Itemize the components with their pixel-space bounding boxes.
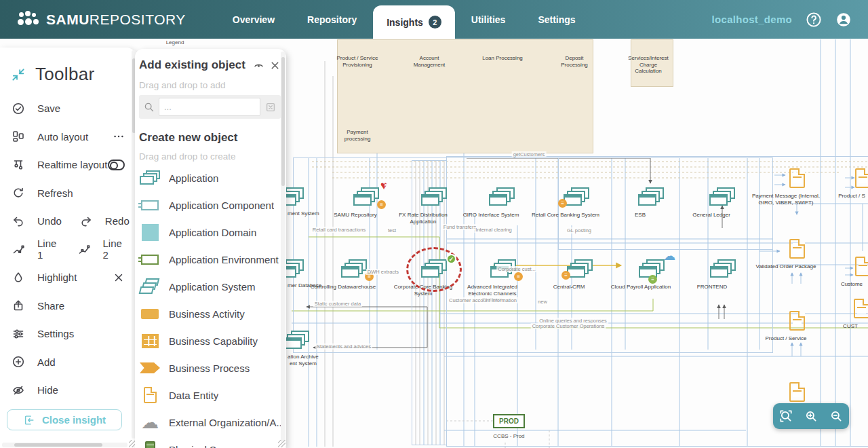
toolbar-item-highlight[interactable]: Highlight [12,271,77,284]
clear-search-icon[interactable] [264,101,277,113]
application-node[interactable]: ≡Central-CRM [556,259,604,291]
data-entity-node[interactable]: Product / Service [773,311,821,342]
process-node[interactable]: Product / Service Provisioning [325,52,390,68]
cloud-badge-icon: ☁ [663,250,675,262]
more-icon[interactable] [113,130,125,143]
application-label: ation Archive ent System [288,354,319,367]
toolbar-item-settings[interactable]: Settings [12,327,74,341]
application-node[interactable]: ≡Retail Core Banking System [553,187,600,219]
add-panel-resize-grip[interactable] [278,440,285,447]
data-entity-node[interactable]: Validated Order Package [773,239,821,270]
application-node[interactable] [283,331,309,352]
toolbar-horizontal-scrollbar[interactable] [2,443,127,447]
visibility-icon[interactable] [253,60,264,71]
tab-label: Repository [307,14,357,25]
tab-overview[interactable]: Overview [216,0,291,39]
data-entity-node[interactable]: Custome [839,257,868,288]
application-node[interactable]: ESB [627,187,675,219]
process-node[interactable]: Deposit Processing [542,52,607,68]
application-node[interactable]: FRONTEND [699,259,747,291]
toolbar-item-line-2[interactable]: Line 2 [77,238,125,261]
environment-icon [139,255,161,265]
process-label: Deposit Processing [542,55,607,68]
tab-insights[interactable]: Insights2 [373,5,455,39]
object-type-domain[interactable]: Application Domain [139,219,281,246]
toolbar-item-label: Highlight [37,272,77,283]
object-type-cloud[interactable]: ☁External Organization/A... [139,409,281,436]
application-node[interactable]: ✓Corporate Core Banking System [410,259,458,297]
zoom-out-icon[interactable] [829,409,844,424]
tab-repository[interactable]: Repository [291,0,373,39]
toolbar-item-label: Auto layout [37,131,88,143]
tab-utilities[interactable]: Utilities [455,0,522,39]
application-node[interactable]: FX Rate Distribution Application [410,187,458,225]
object-type-system[interactable]: Application System [139,273,281,300]
object-type-process[interactable]: Business Process [139,354,281,381]
app-logo[interactable]: SAMUREPOSITORY [18,11,186,29]
search-input[interactable] [159,98,260,116]
toolbar-item-label: Save [37,102,60,114]
object-type-dataentity[interactable]: Data Entity [139,381,281,409]
object-type-capability[interactable]: Business Capability [139,327,281,354]
toolbar-item-share[interactable]: Share [12,299,64,312]
application-node[interactable]: GIRO Interface System [478,187,526,219]
toolbar-item-undo[interactable]: Undo [12,214,62,228]
create-title: Create new object [139,131,281,145]
process-node[interactable]: Account Management [397,52,462,68]
toolbar-item-line-1[interactable]: Line 1 [12,238,60,261]
application-node[interactable]: General Ledger [698,187,746,219]
process-node[interactable]: Loan Processing [470,52,535,62]
application-icon [638,187,664,206]
toolbar-item-refresh[interactable]: Refresh [12,186,73,200]
line1-icon [12,242,25,256]
session-name[interactable]: localhost_demo [712,14,792,25]
application-label: SAMU Repository [321,212,390,219]
toolbar-item-redo[interactable]: Redo [79,214,130,228]
tab-settings[interactable]: Settings [521,0,591,39]
data-entity-node[interactable]: Payment Message (Internal, GIRO, VIBER, … [773,168,821,206]
brand-light: REPOSITORY [90,12,186,27]
edge-label: DWH extracts [366,269,400,275]
zoom-fit-icon[interactable] [778,409,793,424]
close-panel-icon[interactable] [269,60,281,71]
application-node[interactable]: ♥≡SAMU Repository [342,187,390,219]
toolbar-item-save[interactable]: Save [12,102,60,115]
object-type-activity[interactable]: Business Activity [139,300,281,327]
data-entity-node[interactable]: Product / S [839,168,868,200]
object-type-application[interactable]: Application [139,164,281,191]
data-entity-node[interactable]: CUST [837,299,868,330]
object-type-component[interactable]: Application Component [139,191,281,219]
collapse-panel-icon[interactable] [11,67,26,82]
process-node[interactable]: Services/Interest Charge Calculation [616,52,681,75]
application-icon [709,187,735,206]
toolbar-item-add[interactable]: Add [12,355,56,369]
close-insight-button[interactable]: Close insight [7,409,122,430]
zoom-in-icon[interactable] [804,409,818,424]
toolbar-row: Add [0,348,137,377]
data-entity-label: Product / Service [751,335,821,342]
application-node[interactable]: ☁≡Cloud Payroll Application [628,259,675,291]
process-label: Loan Processing [470,55,535,62]
process-node[interactable]: Payment processing [325,126,390,142]
data-entity-label: CUST [816,323,868,330]
object-type-label: Application Environment [169,254,279,265]
main-nav: OverviewRepositoryInsights2UtilitiesSett… [216,0,592,39]
data-entity-icon [789,168,805,188]
edge-label: Corporate Customer Operations [531,323,606,329]
application-label: FX Rate Distribution Application [389,212,458,225]
add-panel-scrollbar[interactable] [281,52,285,443]
data-entity-icon [789,382,805,402]
object-type-environment[interactable]: Application Environment [139,246,281,273]
realtime-toggle[interactable] [108,160,125,170]
toolbar-item-realtime-layout[interactable]: Realtime layout [12,158,107,172]
toolbar-item-label: Refresh [37,187,73,199]
add-panel-title: Add existing object [139,58,245,72]
exit-icon [23,414,35,426]
object-type-server[interactable]: Physical Server [139,436,281,448]
clear-highlight-icon[interactable] [113,272,125,284]
toolbar-item-hide[interactable]: Hide [12,384,58,397]
toolbar-item-auto-layout[interactable]: Auto layout [12,130,88,143]
account-icon[interactable] [835,12,852,28]
environment-node[interactable]: PRODCCBS - Prod [493,414,525,439]
help-icon[interactable] [806,12,822,28]
